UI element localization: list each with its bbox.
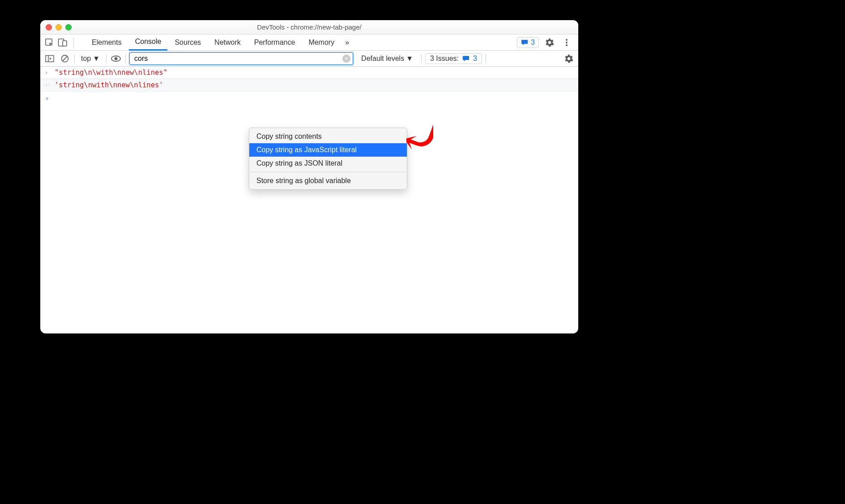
svg-line-9 xyxy=(63,56,67,61)
console-text: 'string\nwith\nnew\nlines' xyxy=(55,81,163,89)
console-toolbar: top ▼ ✕ Default levels ▼ 3 Issues: 3 xyxy=(40,51,578,67)
filter-input[interactable] xyxy=(129,52,353,65)
more-menu-icon[interactable] xyxy=(560,36,573,49)
live-expression-icon[interactable] xyxy=(110,53,122,64)
annotation-arrow-icon xyxy=(406,121,433,150)
return-icon: ‹· xyxy=(45,82,52,88)
messages-count: 3 xyxy=(531,38,535,47)
svg-rect-0 xyxy=(46,39,52,45)
context-menu: Copy string contents Copy string as Java… xyxy=(249,128,407,190)
tab-performance[interactable]: Performance xyxy=(248,34,302,51)
issues-button[interactable]: 3 Issues: 3 xyxy=(425,53,482,64)
context-selector[interactable]: top ▼ xyxy=(78,55,102,63)
tab-network[interactable]: Network xyxy=(208,34,247,51)
svg-point-3 xyxy=(566,39,568,41)
context-label: top xyxy=(81,55,91,63)
console-prompt[interactable]: › xyxy=(40,91,578,105)
console-output-row[interactable]: ‹· 'string\nwith\nnew\nlines' xyxy=(40,79,578,91)
filter-wrap: ✕ xyxy=(129,52,353,65)
divider xyxy=(125,54,126,63)
svg-point-11 xyxy=(115,57,118,60)
chevron-down-icon: ▼ xyxy=(406,55,413,63)
tab-bar: Elements Console Sources Network Perform… xyxy=(40,34,578,51)
sidebar-toggle-icon[interactable] xyxy=(44,53,55,64)
menu-copy-string-json-literal[interactable]: Copy string as JSON literal xyxy=(249,157,407,170)
issues-count: 3 xyxy=(473,55,477,63)
tab-elements[interactable]: Elements xyxy=(85,34,128,51)
svg-rect-2 xyxy=(63,41,67,46)
inspect-icon[interactable] xyxy=(43,36,55,49)
chevron-down-icon: ▼ xyxy=(93,55,100,63)
menu-separator xyxy=(249,172,407,172)
titlebar: DevTools - chrome://new-tab-page/ xyxy=(40,20,578,34)
console-settings-gear-icon[interactable] xyxy=(563,53,575,64)
svg-point-5 xyxy=(566,44,568,46)
issues-label: 3 Issues: xyxy=(430,55,459,63)
messages-indicator[interactable]: 3 xyxy=(517,37,539,48)
levels-label: Default levels xyxy=(361,55,404,63)
menu-store-global[interactable]: Store string as global variable xyxy=(249,174,407,188)
console-input-row[interactable]: › "string\n\with\nnew\nlines" xyxy=(40,67,578,79)
tab-overflow[interactable]: » xyxy=(341,34,353,51)
tab-memory[interactable]: Memory xyxy=(302,34,341,51)
console-body: › "string\n\with\nnew\nlines" ‹· 'string… xyxy=(40,67,578,333)
device-toggle-icon[interactable] xyxy=(56,36,69,49)
devtools-window: DevTools - chrome://new-tab-page/ Elemen… xyxy=(40,20,578,333)
tab-sources[interactable]: Sources xyxy=(168,34,207,51)
tab-console[interactable]: Console xyxy=(129,34,168,51)
divider xyxy=(486,54,486,63)
clear-filter-icon[interactable]: ✕ xyxy=(342,55,350,63)
menu-copy-string-contents[interactable]: Copy string contents xyxy=(249,130,407,143)
log-levels-selector[interactable]: Default levels ▼ xyxy=(357,55,418,63)
expand-icon[interactable]: › xyxy=(45,69,52,76)
divider xyxy=(74,54,75,63)
divider xyxy=(106,54,107,63)
divider xyxy=(421,54,422,63)
window-title: DevTools - chrome://new-tab-page/ xyxy=(40,23,578,31)
clear-console-icon[interactable] xyxy=(59,53,71,64)
panel-tabs: Elements Console Sources Network Perform… xyxy=(85,34,353,51)
settings-gear-icon[interactable] xyxy=(543,36,556,49)
console-text: "string\n\with\nnew\nlines" xyxy=(55,68,167,77)
divider xyxy=(73,38,74,47)
menu-copy-string-js-literal[interactable]: Copy string as JavaScript literal xyxy=(249,143,407,157)
svg-point-4 xyxy=(566,42,568,43)
